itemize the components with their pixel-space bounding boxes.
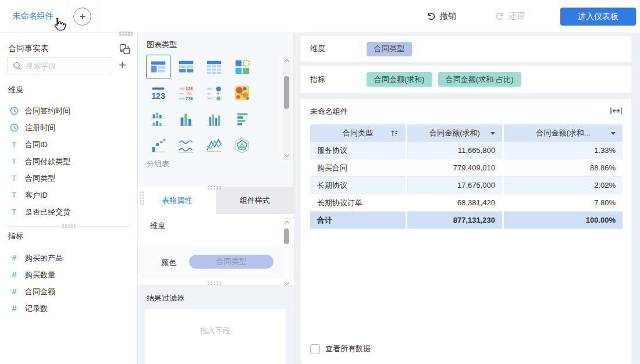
chart-type-bar-chart-icon[interactable] [174,107,198,131]
field-item[interactable]: 合同签约时间 [0,102,137,119]
field-label: 注册时间 [25,123,55,133]
field-item[interactable]: T 合同类型 [0,170,137,187]
clock-icon [9,123,19,132]
measure-shelf-label: 指标 [310,66,325,93]
chart-type-waterfall-icon[interactable] [146,133,170,158]
table-properties-panel: 维度 颜色 合同类型 [138,214,294,285]
color-field-chip[interactable]: 合同类型 [189,255,273,269]
add-component-button[interactable]: + [73,8,91,26]
field-item[interactable]: # 购买数量 [0,266,137,283]
column-header[interactable]: 合同金额(求和) [407,124,504,142]
undo-label: 撤销 [440,11,456,22]
component-tab[interactable]: 未命名组件 [0,0,66,33]
measure-chip[interactable]: 合同金额(求和) [367,72,432,87]
chart-type-column-chart-icon[interactable] [202,107,226,131]
dimension-list: 合同签约时间 注册时间 T 合同ID T 合同付款类型 T 合同类型 T 客户I… [0,102,137,220]
add-field-button[interactable]: + [119,59,126,72]
svg-text:778: 778 [186,96,193,101]
panel-drag-handle[interactable] [207,185,221,190]
measure-list: # 购买的产品 # 购买数量 # 合同金额 # 记录数 [0,249,137,317]
field-item[interactable]: T 合同ID [0,136,137,153]
switch-table-icon[interactable] [119,44,130,55]
column-header[interactable]: 合同金额(求和... [504,124,623,142]
chart-type-kpi-card-icon[interactable]: 123 [146,81,170,105]
cell-percent: 7.80% [504,194,623,212]
scroll-up-icon[interactable] [285,221,289,226]
field-item[interactable]: 注册时间 [0,119,137,136]
measure-shelf: 指标 合同金额(求和) 合同金额(求和-占比) [301,66,631,93]
fit-width-icon[interactable] [610,107,622,115]
component-title: 未命名组件 [310,106,348,117]
undo-button[interactable]: 撤销 [426,0,456,33]
cell-total-amount: 877,131,230 [407,212,504,229]
field-label: 记录数 [25,304,48,314]
redo-label: 还原 [509,11,525,22]
table-row: 购买合同 779,409,010 88.86% [310,159,623,177]
properties-scrollbar[interactable] [283,218,290,288]
field-label: 购买数量 [25,270,55,280]
property-dimension-header: 维度 [150,221,165,231]
view-all-data-label: 查看所有数据 [325,344,371,354]
scroll-down-icon[interactable] [285,280,289,285]
field-item[interactable]: # 记录数 [0,300,137,317]
top-bar: 未命名组件 + 撤销 还原 进入仪表板 [0,0,640,33]
table-body: 服务协议 11,665,800 1.33% 购买合同 779,409,010 8… [310,142,623,212]
chart-type-line-chart-icon[interactable] [174,133,198,158]
dimensions-header: 维度 [8,85,23,95]
result-table: 合同类型 合同金额(求和) 合同金额(求和... 服务协议 [310,124,623,229]
chart-type-scrollbar[interactable] [283,56,290,160]
redo-icon [495,12,504,21]
view-all-data-toggle[interactable]: 查看所有数据 [310,344,371,354]
chart-type-color-block-icon[interactable] [230,55,254,79]
scroll-up-icon[interactable] [285,59,289,64]
sort-icon[interactable] [390,129,399,137]
cell-contract-type: 服务协议 [310,142,407,159]
panel-drag-handle[interactable] [119,31,133,36]
column-header[interactable]: 合同类型 [310,124,407,142]
dropdown-icon[interactable] [490,132,495,135]
result-component-card: 未命名组件 合同类型 合同金额(求和) 合同金额(求和... [301,99,631,364]
redo-button[interactable]: 还原 [495,0,525,33]
fields-panel: 合同事实表 + 维度 合同签约时间 注册时间 T 合同ID T [0,33,138,364]
field-item[interactable]: T 是否已经交货 [0,204,137,220]
panel-drag-handle[interactable] [140,191,144,205]
text-field-icon: T [9,208,19,216]
splitter-drag-handle[interactable] [62,224,76,229]
chart-type-horizontal-bar-icon[interactable] [230,107,254,131]
cell-amount: 11,665,800 [407,142,504,159]
filter-dropzone[interactable]: 拖入字段 [145,309,286,364]
table-row: 服务协议 11,665,800 1.33% [310,142,623,159]
chart-type-detail-table-icon[interactable] [202,55,226,79]
column-header-label: 合同类型 [343,128,373,138]
chart-type-filled-map-icon[interactable] [230,81,254,105]
field-label: 购买的产品 [25,253,63,263]
field-item[interactable]: T 合同付款类型 [0,153,137,170]
chart-type-kpi-indicator-icon[interactable] [202,81,226,105]
color-property-row: 颜色 合同类型 [138,247,294,278]
dropdown-icon[interactable] [611,132,616,135]
tab-component-style[interactable]: 组件样式 [216,187,294,214]
chart-type-grouped-table-icon[interactable] [146,55,170,79]
chart-type-kpi-multi-value-icon[interactable]: 12390778 [174,81,198,105]
chart-type-area-line-icon[interactable] [202,133,226,158]
scroll-down-icon[interactable] [285,152,289,157]
field-item[interactable]: # 购买的产品 [0,249,137,266]
measure-chip[interactable]: 合同金额(求和-占比) [438,72,521,87]
field-label: 是否已经交货 [25,207,70,217]
scrollbar-thumb[interactable] [284,76,289,109]
dimension-chip[interactable]: 合同类型 [367,42,412,56]
search-input[interactable] [26,62,101,70]
checkbox-icon[interactable] [310,344,320,354]
cell-percent: 2.02% [504,177,623,194]
field-search-box[interactable] [7,57,112,74]
enter-dashboard-button[interactable]: 进入仪表板 [560,8,636,26]
field-item[interactable]: T 客户ID [0,187,137,204]
cell-contract-type: 购买合同 [310,159,407,177]
chart-type-radar-icon[interactable] [230,133,254,158]
scrollbar-thumb[interactable] [284,229,289,244]
field-item[interactable]: # 合同金额 [0,283,137,300]
chart-type-summary-table-icon[interactable] [174,55,198,79]
chart-type-multi-series-bar-icon[interactable] [146,107,170,131]
tab-table-properties[interactable]: 表格属性 [138,187,216,214]
canvas-area: 维度 合同类型 指标 合同金额(求和) 合同金额(求和-占比) 未命名组件 合同… [294,33,640,364]
